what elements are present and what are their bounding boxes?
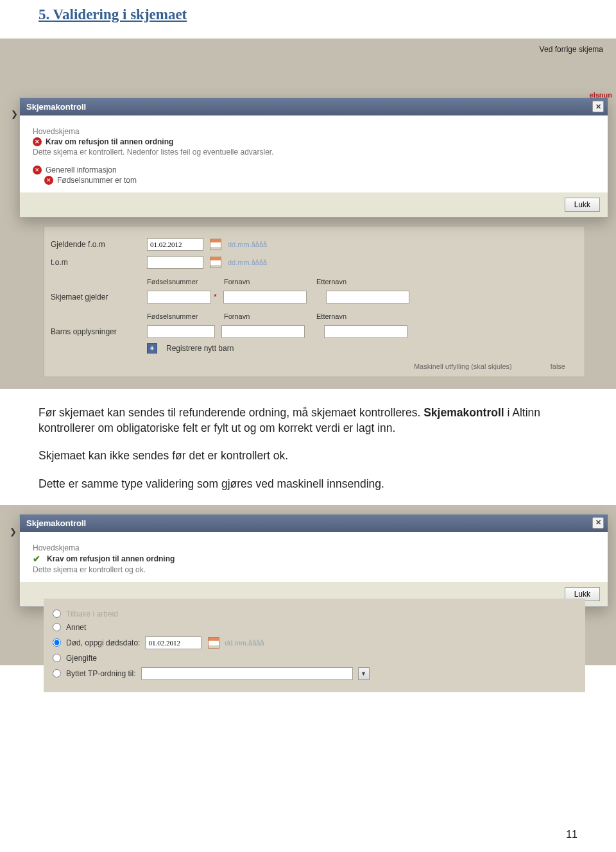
background-radio-group: Tilbake i arbeid Annet Død, oppgi dødsda…	[44, 599, 585, 692]
background-chevron: ❯	[10, 527, 17, 536]
radio-label-gjengifte: Gjengifte	[66, 654, 97, 663]
input-dodsdato[interactable]	[145, 636, 201, 649]
input-tom[interactable]	[147, 256, 203, 269]
radio-label-partial: Tilbake i arbeid	[66, 609, 118, 618]
radio-dod[interactable]	[53, 638, 61, 647]
col-header-etternavn: Etternavn	[316, 312, 402, 320]
calendar-icon[interactable]	[208, 637, 219, 649]
paragraph-3: Dette er samme type validering som gjøre…	[38, 477, 578, 492]
dialog-description: Dette skjema er kontrollert og ok.	[33, 565, 595, 574]
skjemakontroll-dialog-ok: Skjemakontroll ✕ Hovedskjema ✔ Krav om r…	[19, 514, 608, 607]
label-barns-opplysninger: Barns opplysninger	[51, 327, 141, 336]
dropdown-tp-ordning[interactable]	[141, 667, 353, 680]
radio-option[interactable]	[53, 609, 61, 618]
input-fornavn-1[interactable]	[223, 291, 307, 303]
background-text-cut: Ved forrige skjema	[540, 45, 603, 54]
error-icon: ✕	[33, 166, 42, 175]
radio-gjengifte[interactable]	[53, 654, 61, 662]
input-fnr-2[interactable]	[147, 325, 215, 338]
add-icon[interactable]: +	[147, 343, 157, 354]
mask-fill-label: Maskinell utfylling (skal skjules)	[414, 362, 512, 370]
error-icon: ✕	[33, 137, 42, 146]
body-text: Før skjemaet kan sendes til refunderende…	[0, 389, 616, 492]
radio-byttet-tp[interactable]	[53, 669, 61, 677]
dialog-item-title: Krav om refusjon til annen ordning	[47, 554, 175, 563]
dialog-title: Skjemakontroll	[26, 518, 86, 528]
label-tom: t.o.m	[51, 258, 141, 267]
chevron-down-icon[interactable]: ▼	[358, 667, 370, 680]
date-hint: dd.mm.åååå	[225, 639, 264, 647]
dialog-subtitle: Hovedskjema	[33, 127, 595, 136]
col-header-etternavn: Etternavn	[316, 278, 402, 285]
label-skjemaet-gjelder: Skjemaet gjelder	[51, 293, 141, 302]
page-number: 11	[566, 829, 578, 840]
bold-skjemakontroll: Skjemakontroll	[424, 406, 504, 419]
skjemakontroll-dialog-error: Skjemakontroll ✕ Hovedskjema ✕ Krav om r…	[19, 98, 608, 217]
col-header-fornavn: Fornavn	[224, 312, 310, 320]
input-gjeldende-fom[interactable]	[147, 238, 203, 251]
background-chevron: ❯	[11, 109, 18, 119]
background-form: Gjeldende f.o.m dd.mm.åååå t.o.m dd.mm.å…	[44, 226, 585, 377]
dialog-item-title: Krav om refusjon til annen ordning	[46, 137, 173, 146]
lukk-button[interactable]: Lukk	[565, 198, 600, 212]
text: Før skjemaet kan sendes til refunderende…	[38, 406, 424, 419]
mask-fill-value: false	[551, 362, 565, 370]
dialog-footer: Lukk	[20, 192, 608, 217]
dialog-description: Dette skjema er kontrollert. Nedenfor li…	[33, 148, 595, 157]
paragraph-2: Skjemaet kan ikke sendes før det er kont…	[38, 448, 578, 464]
col-header-fodselsnummer: Fødselsnummer	[147, 278, 218, 285]
input-fornavn-2[interactable]	[221, 325, 305, 338]
label-gjeldende-fom: Gjeldende f.o.m	[51, 240, 141, 249]
dialog-header: Skjemakontroll ✕	[20, 515, 608, 532]
radio-label-dod: Død, oppgi dødsdato:	[66, 638, 140, 647]
radio-label-byttet-tp: Byttet TP-ordning til:	[66, 669, 136, 678]
date-hint: dd.mm.åååå	[228, 241, 267, 248]
radio-annet[interactable]	[53, 623, 61, 631]
calendar-icon[interactable]	[210, 257, 221, 268]
dialog-body: Hovedskjema ✕ Krav om refusjon til annen…	[20, 115, 608, 192]
dialog-subtitle: Hovedskjema	[33, 543, 595, 552]
close-icon[interactable]: ✕	[592, 101, 604, 112]
input-etternavn-2[interactable]	[324, 325, 407, 338]
close-icon[interactable]: ✕	[592, 517, 604, 529]
error-group: Generell informasjon	[46, 166, 117, 175]
screenshot-ok-dialog: ❯ Skjemakontroll ✕ Hovedskjema ✔ Krav om…	[0, 505, 616, 665]
input-fnr-1[interactable]	[147, 291, 211, 303]
col-header-fornavn: Fornavn	[224, 278, 310, 285]
required-asterisk: *	[214, 293, 217, 302]
screenshot-error-dialog: Ved forrige skjema elsnun ❯ Gjeldende f.…	[0, 38, 616, 389]
dialog-header: Skjemakontroll ✕	[20, 98, 608, 115]
error-detail: Fødselsnummer er tom	[57, 176, 137, 185]
radio-label-annet: Annet	[66, 623, 86, 632]
check-icon: ✔	[33, 554, 40, 564]
dialog-body: Hovedskjema ✔ Krav om refusjon til annen…	[20, 532, 608, 582]
register-new-child-link[interactable]: Registrere nytt barn	[166, 344, 234, 353]
input-etternavn-1[interactable]	[326, 291, 409, 303]
dialog-title: Skjemakontroll	[26, 102, 86, 112]
paragraph-1: Før skjemaet kan sendes til refunderende…	[38, 405, 578, 436]
col-header-fodselsnummer: Fødselsnummer	[147, 312, 218, 320]
section-heading: 5. Validering i skjemaet	[0, 0, 616, 38]
date-hint: dd.mm.åååå	[228, 259, 267, 266]
calendar-icon[interactable]	[210, 239, 221, 250]
error-icon: ✕	[44, 176, 53, 185]
